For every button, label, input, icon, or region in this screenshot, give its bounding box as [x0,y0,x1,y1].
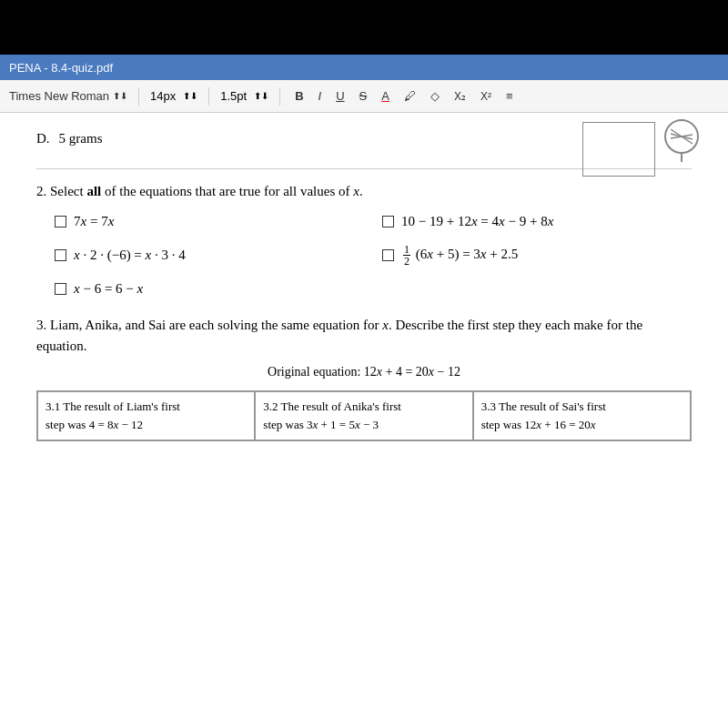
original-label: Original equation: [268,365,360,379]
table-content-3: step was 12x + 16 = 20x [481,418,682,432]
equation-item-5: x − 6 = 6 − x [55,281,692,297]
original-equation-text: 12x + 4 = 20x − 12 [364,365,460,379]
toolbar-divider-3 [279,87,280,106]
fraction-half: 1 2 [403,244,410,267]
table-header-1: 3.1 The result of Liam's first [46,399,247,414]
toolbar-divider-2 [208,87,209,106]
question-d-label: D. [36,131,50,147]
font-family-label: Times New Roman [9,89,109,103]
color-button[interactable]: A [378,87,393,105]
question-2-bold: all [86,184,101,198]
equation-text-4: 1 2 (6x + 5) = 3x + 2.5 [401,244,518,267]
checkbox-5[interactable] [55,283,66,295]
question-d-section: D. 5 grams [36,131,692,147]
title-bar: PENA - 8.4-quiz.pdf [0,55,728,80]
checkbox-1[interactable] [55,216,66,228]
equation-text-1: 7x = 7x [74,214,114,229]
question-2-intro: Select [50,184,86,198]
question-2-period: . [359,184,363,198]
equation-item-2: 10 − 19 + 12x = 4x − 9 + 8x [382,214,692,229]
fill-button[interactable]: ◇ [427,87,443,105]
strikethrough-button[interactable]: S [356,87,371,105]
table-header-2: 3.2 The result of Anika's first [263,399,464,414]
font-size-arrow-icon[interactable]: ⬆⬇ [183,91,197,101]
answer-box [582,122,655,177]
original-equation: Original equation: 12x + 4 = 20x − 12 [36,365,692,379]
underline-button[interactable]: U [332,87,348,105]
equation-text-2: 10 − 19 + 12x = 4x − 9 + 8x [401,214,553,229]
font-size-label[interactable]: 14px [150,89,176,103]
font-family-arrow-icon[interactable]: ⬆⬇ [113,91,127,101]
equation-text-5: x − 6 = 6 − x [74,281,143,297]
table-cell-2: 3.2 The result of Anika's first step was… [255,391,472,440]
question-2-rest: of the equations that are true for all v… [101,184,353,198]
checkbox-2[interactable] [382,216,394,228]
line-height-arrow-icon[interactable]: ⬆⬇ [254,91,268,101]
table-header-3: 3.3 The result of Sai's first [481,399,682,414]
question-3-section: 3. Liam, Anika, and Sai are each solving… [36,315,692,441]
line-height-label[interactable]: 1.5pt [220,89,247,103]
question-3-text: Liam, Anika, and Sai are each solving th… [50,318,382,332]
equation-text-3: x · 2 · (−6) = x · 3 · 4 [74,248,186,263]
equation-item-4: 1 2 (6x + 5) = 3x + 2.5 [382,244,692,267]
equation-item-3: x · 2 · (−6) = x · 3 · 4 [55,244,364,267]
question-2-section: 2. Select all of the equations that are … [36,184,692,297]
toolbar-divider-1 [138,87,139,106]
italic-button[interactable]: I [315,87,326,105]
subscript-button[interactable]: X₂ [450,88,470,105]
question-3-number: 3. [36,318,46,332]
table-content-1: step was 4 = 8x − 12 [46,418,247,432]
funnel-icon [663,118,700,167]
font-family-selector[interactable]: Times New Roman ⬆⬇ [9,89,127,103]
highlight-button[interactable]: 🖊 [400,87,420,105]
bold-button[interactable]: B [291,87,307,105]
question-3-title: 3. Liam, Anika, and Sai are each solving… [36,315,692,356]
toolbar: Times New Roman ⬆⬇ 14px ⬆⬇ 1.5pt ⬆⬇ B I … [0,80,728,113]
equation-item-1: 7x = 7x [55,214,364,229]
answer-table: 3.1 The result of Liam's first step was … [36,390,692,441]
content-area: D. 5 grams [0,113,728,728]
checkbox-4[interactable] [382,249,394,261]
question-2-title: 2. Select all of the equations that are … [36,184,692,199]
question-3-var: x [382,318,389,332]
title-bar-text: PENA - 8.4-quiz.pdf [9,61,113,75]
question-2-var: x [353,184,359,198]
table-content-2: step was 3x + 1 = 5x − 3 [263,418,464,432]
more-button[interactable]: ≡ [502,87,517,105]
equation-grid: 7x = 7x 10 − 19 + 12x = 4x − 9 + 8x x · … [55,214,692,267]
question-2-number: 2. [36,184,46,198]
question-d-text: 5 grams [59,131,103,147]
superscript-button[interactable]: X² [477,88,495,105]
checkbox-3[interactable] [55,249,66,261]
table-cell-3: 3.3 The result of Sai's first step was 1… [473,391,691,440]
table-cell-1: 3.1 The result of Liam's first step was … [37,391,255,440]
